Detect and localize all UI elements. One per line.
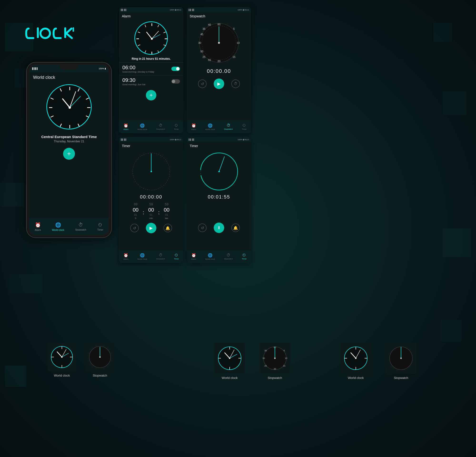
spinner-m-below: 01: [150, 213, 153, 217]
alarm-screenshot: ▌▌ ▌▌ 100% ▮ 08:11 Alarm: [119, 7, 183, 133]
t1-spinner-s: 59 00 01 sec: [160, 202, 173, 220]
spinner-h-above: 99: [134, 202, 137, 207]
phone-screen-title: World clock: [29, 72, 109, 82]
t1-spinner-m: 59 00 01 min: [145, 202, 158, 220]
t1-reset-btn[interactable]: ↺: [130, 224, 139, 232]
t1-nav-world[interactable]: 🌐 World clock: [137, 253, 147, 260]
t2-pause-btn[interactable]: ⏸: [214, 222, 224, 233]
svg-line-30: [138, 45, 140, 46]
clock-ticks-svg: [47, 85, 92, 130]
t2-status-bar: ▌▌ ▌▌ 100% ▮ 08:11: [187, 137, 251, 142]
svg-text:25: 25: [264, 365, 267, 367]
bottom-thumbs-right: World clock 60 5 10 15 20 25 30 35 Stopw…: [214, 343, 290, 380]
phone-frame: ▌▌▌▌ 100% ▮ World clock: [26, 62, 112, 238]
sw-nav-world[interactable]: 🌐 World clock: [205, 123, 215, 130]
t2-nav-timer[interactable]: ⏲ Timer: [242, 253, 246, 260]
add-button[interactable]: +: [63, 148, 75, 160]
t1-controls: ↺ ▶ 🔔: [119, 220, 183, 236]
t1-play-btn[interactable]: ▶: [146, 223, 156, 233]
svg-line-34: [152, 34, 160, 39]
svg-text:10: 10: [237, 42, 240, 44]
sw-controls: ↺ ▶ ⏱: [187, 76, 251, 91]
bottom-wc2-svg: [214, 343, 245, 374]
svg-line-24: [158, 25, 159, 27]
sw-lap-button[interactable]: ⏱: [231, 79, 240, 88]
t2-nav-alarm[interactable]: ⏰ Alarm: [191, 253, 196, 260]
t2-nav-stop[interactable]: ⏱ Stopwatch: [224, 253, 233, 260]
t1-timer-icon: ⏲: [174, 253, 178, 257]
sw-stop-icon: ⏱: [227, 123, 230, 127]
spinner-m-value: 00: [148, 207, 154, 213]
t2-title: Timer: [187, 142, 251, 149]
main-clock-face: [46, 84, 92, 129]
sw-nav-stop[interactable]: ⏱ Stopwatch: [224, 123, 233, 130]
nav-world-clock[interactable]: 🌐 World clock: [52, 222, 64, 231]
sw-title: Stopwatch: [187, 12, 251, 19]
t1-nav-stop[interactable]: ⏱ Stopwatch: [156, 253, 165, 260]
bottom-sw2-thumb: 60 5 10 15 20 25 30 35: [259, 343, 290, 374]
nav-stopwatch[interactable]: ⏱ Stopwatch: [75, 222, 86, 231]
t1-alarm-icon: ⏰: [124, 253, 128, 258]
t1-title: Timer: [119, 142, 183, 149]
spinner-h-label: h: [135, 217, 136, 220]
t2-timer-label: Timer: [242, 258, 246, 260]
sw-battery: 100% ▮ 08:11: [238, 9, 249, 11]
spinner-s-below: 01: [165, 213, 168, 217]
alarm-battery: 100% ▮ 08:11: [170, 9, 181, 11]
sw-nav-timer[interactable]: ⏲ Timer: [242, 123, 246, 130]
s-stop-label: Stopwatch: [156, 128, 165, 130]
t1-bell-btn[interactable]: 🔔: [163, 224, 172, 232]
alarm-1-toggle[interactable]: [171, 67, 180, 71]
t1-battery: 100% ▮ 08:11: [170, 138, 181, 141]
s-nav-timer[interactable]: ⏲ Timer: [174, 123, 179, 130]
svg-line-28: [145, 25, 146, 27]
alarm-status-bar: ▌▌ ▌▌ 100% ▮ 08:11: [119, 7, 183, 12]
svg-point-51: [218, 42, 220, 44]
s-nav-alarm[interactable]: ⏰ Alarm: [124, 123, 128, 130]
svg-point-54: [150, 171, 152, 172]
t2-time: 00:01:55: [187, 193, 251, 201]
bottom-wc-svg: [48, 343, 76, 371]
svg-point-72: [99, 356, 101, 358]
signal-indicator: ▌▌▌▌: [32, 67, 38, 70]
sw-nav-alarm[interactable]: ⏰ Alarm: [191, 123, 196, 130]
s-nav-world[interactable]: 🌐 World clock: [137, 123, 147, 130]
alarm-1-info: 06:00 Good morning!, Monday to Friday: [122, 65, 154, 73]
s-alarm-label: Alarm: [124, 128, 128, 130]
spinner-s-above: 59: [165, 202, 169, 207]
t1-nav-timer[interactable]: ⏲ Timer: [174, 253, 179, 260]
t2-signal: ▌▌ ▌▌: [189, 138, 195, 141]
timer-set-screenshot: ▌▌ ▌▌ 100% ▮ 08:11 Timer 00:00:00 99 00 …: [119, 137, 183, 263]
alarm-add-button[interactable]: +: [146, 90, 156, 101]
alarm-2-info: 09:30 Good morning!, Sun Sat: [122, 77, 145, 86]
bottom-wc2-label: World clock: [222, 376, 238, 380]
alarm-nav: ⏰ Alarm 🌐 World clock ⏱ Stopwatch ⏲ Time…: [119, 120, 183, 133]
svg-text:35: 35: [203, 27, 205, 30]
alarm-ring-text: Ring in 21 hours 51 minutes.: [119, 56, 183, 62]
svg-text:45: 45: [200, 33, 203, 36]
alarm-2-toggle[interactable]: [171, 79, 180, 84]
nav-alarm[interactable]: ⏰ Alarm: [35, 222, 41, 231]
sw-timer-icon: ⏲: [242, 123, 246, 127]
sw-stop-label: Stopwatch: [224, 128, 233, 130]
s-nav-stop[interactable]: ⏱ Stopwatch: [156, 123, 165, 130]
t2-nav-world[interactable]: 🌐 World clock: [205, 253, 215, 260]
bottom-wc2-container: World clock: [214, 343, 245, 380]
t1-spinners: 99 00 01 h : 59 00 01 min : 59 00 01 sec: [119, 201, 183, 220]
alarm-2-desc: Good morning!, Sun Sat: [122, 83, 145, 86]
sw-status-bar: ▌▌ ▌▌ 100% ▮ 08:11: [187, 7, 251, 12]
nav-timer[interactable]: ⏲ Timer: [97, 222, 103, 231]
sw-reset-button[interactable]: ↺: [198, 79, 207, 88]
bottom-wc3-svg: [340, 343, 371, 374]
t1-nav-alarm[interactable]: ⏰ Alarm: [124, 253, 128, 260]
phone-status-bar: ▌▌▌▌ 100% ▮: [29, 65, 109, 72]
spinner-h-below: 01: [134, 213, 137, 217]
svg-text:50: 50: [200, 50, 203, 53]
t2-reset-btn[interactable]: ↺: [198, 223, 207, 232]
sw-play-button[interactable]: ▶: [214, 78, 224, 89]
battery-indicator: 100% ▮: [99, 67, 106, 70]
alarm-title: Alarm: [119, 12, 183, 19]
t2-bell-btn[interactable]: 🔔: [231, 223, 240, 232]
alarm-1-time: 06:00: [122, 65, 154, 71]
nav-timer-label: Timer: [97, 228, 103, 231]
